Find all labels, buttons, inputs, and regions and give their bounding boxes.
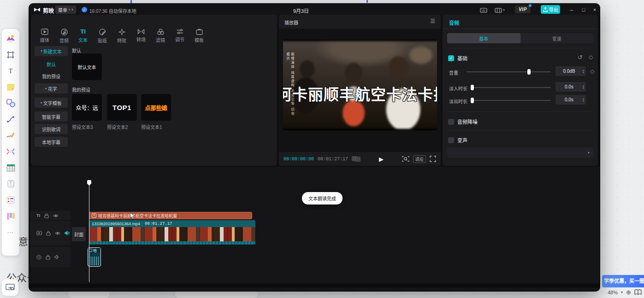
keyframe-diamond-icon[interactable]: ◇ xyxy=(589,54,593,60)
tab-text[interactable]: TI 文本 xyxy=(73,29,93,44)
mindmap-icon[interactable] xyxy=(6,146,16,157)
fade-out-slider-thumb[interactable] xyxy=(471,98,474,103)
sidebar-item-lyrics-recognition[interactable]: 识别歌词 xyxy=(35,124,68,134)
denoise-checkbox[interactable] xyxy=(448,119,454,125)
image-icon[interactable] xyxy=(6,34,16,44)
playhead-line[interactable] xyxy=(89,180,89,282)
fade-in-value: 0.0s xyxy=(555,84,583,89)
lock-icon[interactable] xyxy=(46,231,51,236)
fullscreen-icon[interactable] xyxy=(430,156,436,162)
eye-icon[interactable] xyxy=(53,214,59,218)
kanban-icon[interactable] xyxy=(6,211,16,221)
stepper-icon[interactable]: ▴▾ xyxy=(583,98,586,102)
eye-icon[interactable] xyxy=(55,231,60,235)
fade-out-value-box[interactable]: 0.0s ▴▾ xyxy=(555,95,586,105)
sidebar-item-smart-captions[interactable]: 智能字幕 xyxy=(35,111,68,122)
player-menu-icon[interactable]: ☰ xyxy=(430,18,435,24)
vip-badge[interactable]: VIP xyxy=(515,6,531,13)
tab-media[interactable]: 媒体 xyxy=(35,29,54,44)
sidebar-item-my-presets[interactable]: 我的预设 xyxy=(35,71,68,81)
frame-icon[interactable] xyxy=(6,50,16,60)
adjust-icon xyxy=(177,29,183,35)
volume-label: 音量 xyxy=(449,69,458,76)
speaker-icon[interactable] xyxy=(54,255,59,259)
video-clip[interactable]: 13338201895601364.mp4 00:01.27.17 xyxy=(89,220,255,245)
audio-clip[interactable]: 哈 xyxy=(88,247,101,267)
lock-icon[interactable] xyxy=(44,213,49,218)
zoom-percent[interactable]: 48% xyxy=(608,290,618,295)
basic-checkbox[interactable]: ✓ xyxy=(448,55,454,61)
default-text-card[interactable]: 默认文本 xyxy=(72,53,102,80)
sidebar-item-local-captions[interactable]: 本地字幕 xyxy=(35,137,68,147)
export-label: 导出 xyxy=(549,6,558,13)
zoom-in-icon[interactable]: ⊕ xyxy=(626,289,631,296)
export-button[interactable]: 导出 xyxy=(541,5,560,14)
fade-out-slider[interactable] xyxy=(471,100,551,101)
preset-card-1[interactable]: 点那些媳 xyxy=(141,94,171,121)
volume-slider-thumb[interactable] xyxy=(527,69,531,75)
frame-zoom-icon[interactable] xyxy=(402,156,409,162)
menu-button[interactable]: 菜单 • ▾ xyxy=(55,6,76,14)
total-time: 00:01:27:17 xyxy=(318,157,348,162)
lock-icon[interactable] xyxy=(46,255,50,260)
tab-templates[interactable]: 模板 xyxy=(189,29,209,44)
book-icon[interactable] xyxy=(634,289,642,295)
keyframe-diamond-icon[interactable]: ◇ xyxy=(590,68,594,75)
play-button[interactable]: ▶ xyxy=(364,156,398,163)
tab-adjust[interactable]: 调节 xyxy=(170,29,189,44)
chevron-down-icon[interactable]: ▾ xyxy=(621,290,623,294)
sidebar-item-new-text[interactable]: ▾ 新建文本 xyxy=(35,46,68,56)
voice-effect-dropdown[interactable]: ▾ xyxy=(447,147,593,158)
video-clip-audio-strip xyxy=(89,241,255,245)
close-button[interactable]: × xyxy=(590,4,600,16)
promo-banner[interactable]: 学季优惠，买一图一 xyxy=(602,275,644,287)
layout-switch-button[interactable]: ▾ xyxy=(493,6,507,15)
shapes-icon[interactable] xyxy=(6,98,16,108)
stepper-icon[interactable]: ▴▾ xyxy=(583,69,586,74)
fade-in-value-box[interactable]: 0.0s ▴▾ xyxy=(555,82,586,92)
video-preview[interactable]: 剧情演绎 纯属虚构 不良引导 切勿模仿 阿卡丽顺丰航空卡法卡拉 xyxy=(283,40,437,130)
minimize-button[interactable]: – xyxy=(567,4,577,16)
voice-change-checkbox[interactable] xyxy=(448,137,454,143)
preset-card-2[interactable]: TOP1 xyxy=(107,94,137,121)
video-clip-thumbnails xyxy=(89,227,255,241)
timeline-scrollbar[interactable] xyxy=(29,284,600,288)
frame-grid-icon[interactable] xyxy=(352,156,360,162)
fade-in-slider-thumb[interactable] xyxy=(471,85,474,90)
layout-icon xyxy=(495,8,502,13)
fade-in-slider[interactable] xyxy=(471,87,551,88)
sidebar-item-fancy-text[interactable]: ▸ 花字 xyxy=(35,83,68,93)
sidebar-item-text-templates[interactable]: ▸ 文字模板 xyxy=(35,98,68,108)
volume-slider[interactable] xyxy=(467,71,551,72)
speaker-on-icon[interactable] xyxy=(65,231,70,235)
shortcut-keyboard-button[interactable] xyxy=(479,6,488,15)
preset-card-3[interactable]: 众号：远 xyxy=(72,94,102,121)
tab-speed[interactable]: 变速 xyxy=(520,33,594,43)
document-icon[interactable]: T xyxy=(6,179,16,189)
tab-audio[interactable]: 音频 xyxy=(54,29,74,44)
fit-button[interactable]: 适应 xyxy=(413,155,426,163)
text-clip[interactable]: 哈肯德基阿卡丽顺丰航空卡法卡拉发哈机蜜 xyxy=(89,212,252,219)
tab-sticker[interactable]: 贴纸 xyxy=(93,29,112,44)
text-tool-icon[interactable]: T xyxy=(6,66,16,76)
reset-icon[interactable]: ↺ xyxy=(578,54,583,61)
table-icon[interactable] xyxy=(6,163,16,173)
volume-value-box[interactable]: 0.0dB ▴▾ xyxy=(555,66,586,76)
video-subtitle-overlay: 阿卡丽顺丰航空卡法卡拉 xyxy=(283,82,437,105)
tab-effects[interactable]: 特效 xyxy=(112,29,131,44)
card-list-icon[interactable] xyxy=(6,195,16,205)
tab-basic[interactable]: 基本 xyxy=(447,33,520,43)
tab-filters[interactable]: 滤镜 xyxy=(151,29,170,44)
cover-button[interactable]: 封面 xyxy=(72,227,86,241)
present-button[interactable] xyxy=(2,279,18,296)
more-icon[interactable]: ⋯ xyxy=(6,227,16,237)
chevron-down-icon: ▾ xyxy=(41,49,42,53)
background-pill xyxy=(68,290,110,298)
pen-icon[interactable] xyxy=(6,130,16,140)
maximize-button[interactable]: □ xyxy=(579,4,589,16)
stepper-icon[interactable]: ▴▾ xyxy=(583,85,586,89)
tab-transitions[interactable]: 转场 xyxy=(131,29,151,44)
sidebar-item-default[interactable]: 默认 xyxy=(35,59,68,69)
sticky-note-icon[interactable] xyxy=(6,82,16,92)
connector-icon[interactable] xyxy=(6,114,16,124)
